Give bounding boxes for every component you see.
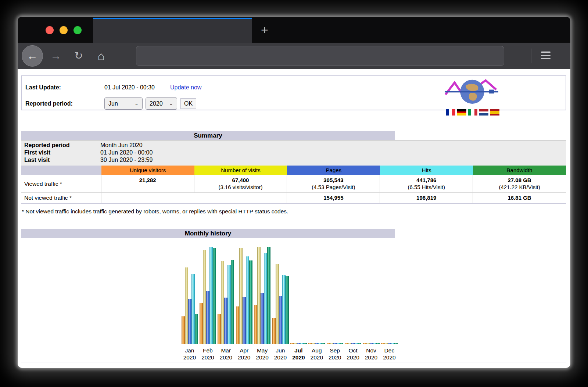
bar-pages-feb-2020 [206, 291, 209, 344]
bar-number-of-visits-jul-2020 [294, 343, 297, 344]
last-update-label: Last Update: [25, 84, 61, 91]
not-viewed-hits: 198,819 [380, 193, 473, 203]
bar-unique-visitors-mar-2020 [218, 314, 221, 344]
info-row: First visit 01 Jun 2020 - 00:00 [21, 149, 566, 156]
bar-pages-mar-2020 [224, 298, 227, 344]
bar-pages-apr-2020 [243, 297, 246, 344]
bar-number-of-visits-nov-2020 [366, 343, 370, 344]
bar-pages-may-2020 [261, 293, 264, 344]
active-tab[interactable] [93, 18, 252, 43]
bar-unique-visitors-dec-2020 [381, 343, 384, 344]
url-bar[interactable] [136, 46, 504, 66]
bar-hits-feb-2020 [209, 247, 213, 344]
flag-france-icon[interactable] [446, 109, 455, 116]
viewed-hits: 441,786 (6.55 Hits/Visit) [380, 175, 473, 192]
bar-bandwidth-mar-2020 [231, 260, 234, 344]
year-select[interactable]: 2020 ⌄ [146, 97, 177, 110]
bar-hits-may-2020 [264, 253, 267, 344]
month-select[interactable]: Jun ⌄ [104, 97, 143, 110]
browser-window: + ← → ↻ ⌂ Last Update: 01 Jul 2020 - 00:… [18, 17, 570, 368]
titlebar: + [18, 17, 570, 43]
bar-hits-jul-2020 [300, 343, 304, 344]
bar-hits-apr-2020 [246, 256, 249, 344]
bar-pages-dec-2020 [388, 343, 391, 344]
bar-hits-sep-2020 [337, 343, 340, 344]
home-icon[interactable]: ⌂ [93, 50, 109, 62]
bar-number-of-visits-sep-2020 [330, 343, 333, 344]
bar-pages-nov-2020 [370, 343, 373, 344]
report-header-frame: Last Update: 01 Jul 2020 - 00:30 Update … [21, 75, 566, 110]
not-viewed-traffic-row: Not viewed traffic * 154,955 198,819 16.… [21, 192, 566, 203]
last-update-value: 01 Jul 2020 - 00:30 [104, 84, 155, 91]
bar-pages-jan-2020 [188, 299, 191, 344]
summary-info: Reported period Month Jun 2020 First vis… [21, 141, 566, 166]
bar-pages-jun-2020 [279, 296, 282, 344]
bar-number-of-visits-feb-2020 [203, 250, 206, 344]
bar-unique-visitors-jun-2020 [272, 318, 276, 344]
info-row: Last visit 30 Jun 2020 - 23:59 [21, 156, 566, 164]
bar-hits-jun-2020 [282, 275, 286, 344]
bar-unique-visitors-may-2020 [254, 305, 257, 344]
close-window-button[interactable] [46, 26, 54, 34]
bar-hits-oct-2020 [355, 343, 358, 344]
summary-title: Summary [21, 131, 395, 140]
bar-number-of-visits-aug-2020 [312, 343, 315, 344]
bar-number-of-visits-jun-2020 [276, 264, 279, 344]
bar-bandwidth-feb-2020 [213, 248, 216, 344]
minimize-window-button[interactable] [60, 26, 68, 34]
bar-unique-visitors-nov-2020 [363, 343, 366, 344]
viewed-traffic-row: Viewed traffic * 21,282 67,400 (3.16 vis… [21, 175, 566, 192]
viewed-bandwidth: 27.08 GB (421.22 KB/Visit) [473, 175, 566, 192]
bar-hits-mar-2020 [227, 265, 231, 344]
flag-spain-icon[interactable] [490, 109, 499, 116]
info-row: Reported period Month Jun 2020 [21, 142, 566, 149]
ok-button[interactable]: OK [180, 98, 196, 109]
month-label-dec-2020: Dec2020 [378, 347, 400, 361]
flag-germany-icon[interactable] [457, 109, 466, 116]
bar-hits-jan-2020 [191, 274, 195, 344]
bar-hits-aug-2020 [318, 343, 322, 344]
chevron-down-icon: ⌄ [135, 101, 139, 106]
bar-number-of-visits-apr-2020 [239, 248, 243, 344]
monthly-history-title: Monthly history [21, 229, 395, 238]
new-tab-button[interactable]: + [257, 22, 272, 39]
bar-bandwidth-oct-2020 [358, 343, 361, 344]
bar-number-of-visits-mar-2020 [221, 261, 224, 344]
forward-icon[interactable]: → [48, 50, 64, 61]
bar-bandwidth-dec-2020 [394, 343, 398, 344]
bar-number-of-visits-oct-2020 [348, 343, 351, 344]
bar-unique-visitors-feb-2020 [200, 303, 203, 344]
bar-pages-oct-2020 [351, 343, 355, 344]
bar-number-of-visits-dec-2020 [384, 343, 388, 344]
bar-bandwidth-sep-2020 [340, 343, 343, 344]
back-icon[interactable]: ← [22, 45, 43, 67]
bar-hits-nov-2020 [373, 343, 376, 344]
update-now-link[interactable]: Update now [170, 84, 201, 91]
summary-column-headers: Unique visitors Number of visits Pages H… [21, 166, 566, 175]
col-hits: Hits [380, 166, 473, 175]
flag-netherlands-icon[interactable] [479, 109, 488, 116]
bar-pages-aug-2020 [315, 343, 318, 344]
bar-unique-visitors-sep-2020 [327, 343, 330, 344]
monthly-history-chart: Jan2020Feb2020Mar2020Apr2020May2020Jun20… [21, 238, 566, 362]
awstats-logo [443, 78, 502, 104]
bar-unique-visitors-oct-2020 [345, 343, 348, 344]
bar-bandwidth-aug-2020 [322, 343, 325, 344]
flag-italy-icon[interactable] [468, 109, 477, 116]
col-bandwidth: Bandwidth [473, 166, 566, 175]
bar-number-of-visits-may-2020 [257, 247, 261, 344]
nav-toolbar: ← → ↻ ⌂ [18, 43, 570, 69]
bar-unique-visitors-jan-2020 [182, 316, 185, 344]
col-number-of-visits: Number of visits [194, 166, 287, 175]
bar-unique-visitors-apr-2020 [236, 306, 239, 344]
bar-pages-jul-2020 [297, 343, 300, 344]
reload-icon[interactable]: ↻ [71, 50, 87, 61]
col-unique-visitors: Unique visitors [101, 166, 194, 175]
awstats-page: Last Update: 01 Jul 2020 - 00:30 Update … [18, 69, 570, 368]
language-flags [446, 109, 499, 116]
zoom-window-button[interactable] [74, 26, 82, 34]
not-viewed-footnote: * Not viewed traffic includes traffic ge… [22, 208, 288, 215]
bar-bandwidth-jul-2020 [304, 343, 307, 344]
bar-unique-visitors-jul-2020 [290, 343, 294, 344]
menu-icon[interactable] [541, 52, 551, 61]
